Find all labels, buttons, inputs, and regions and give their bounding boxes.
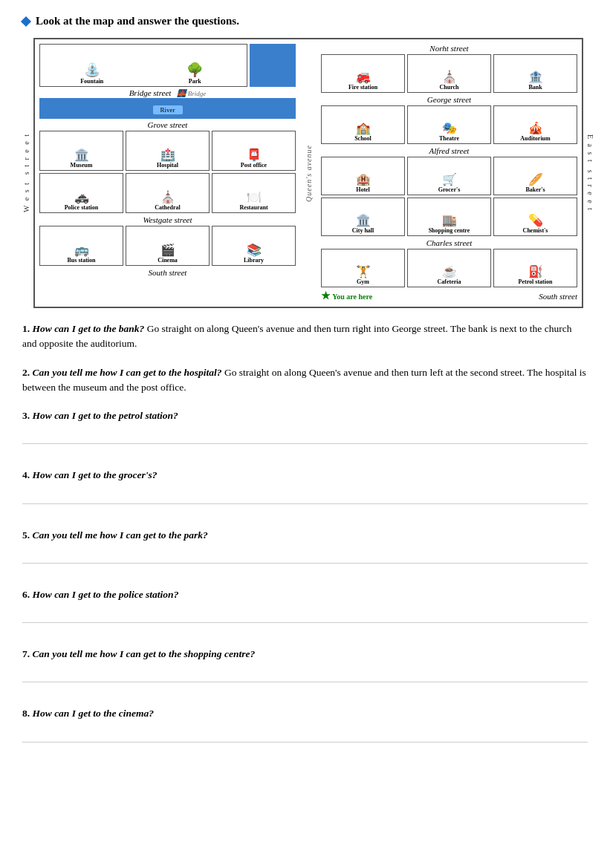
q8-bold: How can I get to the cinema? bbox=[33, 708, 155, 719]
q3-answer-line bbox=[22, 426, 588, 444]
museum-cell: 🏛️ Museum bbox=[39, 131, 123, 171]
instruction-line: Look at the map and answer the questions… bbox=[22, 15, 588, 27]
bank-label: Bank bbox=[528, 84, 542, 91]
instruction-text: Look at the map and answer the questions… bbox=[36, 15, 239, 27]
question-1: 1. How can I get to the bank? Go straigh… bbox=[22, 322, 588, 352]
post-office-cell: 📮 Post office bbox=[212, 131, 296, 171]
east-street-label: E a s t s t r e e t bbox=[586, 134, 594, 212]
map-border: ⛲ Fountain 🌳 Park Bridge street bbox=[33, 38, 583, 308]
question-3: 3. How can I get to the petrol station? bbox=[22, 408, 588, 444]
q5-answer-line bbox=[22, 546, 588, 564]
q7-answer-line bbox=[22, 665, 588, 682]
police-station-cell: 🚓 Police station bbox=[39, 173, 123, 213]
theatre-label: Theatre bbox=[439, 135, 459, 142]
cafeteria-cell: ☕ Cafeteria bbox=[407, 249, 491, 287]
george-street-label: George street bbox=[321, 95, 577, 104]
q4-answer-line bbox=[22, 486, 588, 504]
chemist-cell: 💊 Chemist's bbox=[493, 198, 577, 236]
q4-bold: How can I get to the grocer's? bbox=[33, 469, 158, 480]
theatre-cell: 🎭 Theatre bbox=[407, 105, 491, 144]
blue-top-block bbox=[250, 44, 296, 87]
fountain-park-block: ⛲ Fountain 🌳 Park bbox=[39, 44, 247, 87]
auditorium-label: Auditorium bbox=[520, 135, 550, 142]
grocers-label: Grocer's bbox=[438, 186, 461, 193]
gym-label: Gym bbox=[357, 278, 369, 285]
westgate-street-label: Westgate street bbox=[39, 215, 296, 224]
bus-station-label: Bus station bbox=[67, 257, 95, 264]
hospital-label: Hospital bbox=[157, 162, 178, 169]
q3-bold: How can I get to the petrol station? bbox=[33, 410, 178, 421]
river-block: River bbox=[39, 98, 296, 119]
river-label: River bbox=[153, 105, 183, 114]
bakers-label: Baker's bbox=[525, 186, 545, 193]
q6-bold: How can I get to the police station? bbox=[33, 589, 179, 600]
south-street-left-label: South street bbox=[39, 268, 296, 277]
q4-number: 4. bbox=[22, 469, 33, 480]
bridge-icon: 🌉 Bridge bbox=[177, 89, 206, 97]
bridge-street-area: Bridge street 🌉 Bridge bbox=[39, 88, 296, 97]
restaurant-cell: 🍽️ Restaurant bbox=[212, 173, 296, 213]
petrol-station-label: Petrol station bbox=[519, 278, 553, 285]
hotel-label: Hotel bbox=[356, 186, 370, 193]
map-area: W e s t s t r e e t ⛲ Fountain � bbox=[22, 38, 594, 308]
library-cell: 📚 Library bbox=[212, 226, 296, 266]
cinema-cell: 🎬 Cinema bbox=[126, 226, 210, 266]
city-hall-cell: 🏛️ City hall bbox=[321, 198, 405, 236]
q1-number: 1. bbox=[22, 323, 33, 334]
cafeteria-label: Cafeteria bbox=[438, 278, 461, 285]
city-hall-label: City hall bbox=[352, 227, 374, 234]
q2-number: 2. bbox=[22, 367, 33, 378]
hotel-cell: 🏨 Hotel bbox=[321, 157, 405, 195]
petrol-station-cell: ⛽ Petrol station bbox=[493, 249, 577, 287]
questions-section: 1. How can I get to the bank? Go straigh… bbox=[22, 322, 588, 743]
question-5: 5. Can you tell me how I can get to the … bbox=[22, 528, 588, 564]
bus-station-cell: 🚌 Bus station bbox=[39, 226, 123, 266]
cathedral-cell: ⛪ Cathedral bbox=[126, 173, 210, 213]
bakers-cell: 🥖 Baker's bbox=[493, 157, 577, 195]
hospital-cell: 🏥 Hospital bbox=[126, 131, 210, 171]
school-label: School bbox=[354, 135, 371, 142]
post-office-label: Post office bbox=[241, 162, 267, 169]
church-cell: ⛪ Church bbox=[407, 54, 491, 93]
shopping-centre-cell: 🏬 Shopping centre bbox=[407, 198, 491, 236]
diamond-icon bbox=[21, 16, 31, 26]
queens-avenue-label: Queen's avenue bbox=[305, 145, 313, 202]
question-2: 2. Can you tell me how I can get to the … bbox=[22, 365, 588, 396]
fire-station-cell: 🚒 Fire station bbox=[321, 54, 405, 93]
south-street-right-label: South street bbox=[539, 292, 577, 301]
gym-cell: 🏋️ Gym bbox=[321, 249, 405, 287]
question-4: 4. How can I get to the grocer's? bbox=[22, 468, 588, 503]
cinema-label: Cinema bbox=[158, 257, 178, 264]
auditorium-cell: 🎪 Auditorium bbox=[493, 105, 577, 144]
alfred-street-label: Alfred street bbox=[321, 146, 577, 155]
q1-bold: How can I get to the bank? bbox=[33, 323, 145, 334]
map-left: ⛲ Fountain 🌳 Park Bridge street bbox=[39, 44, 296, 302]
chemist-label: Chemist's bbox=[523, 227, 548, 234]
grove-street-label: Grove street bbox=[39, 120, 296, 129]
restaurant-label: Restaurant bbox=[239, 204, 267, 211]
q5-number: 5. bbox=[22, 529, 33, 541]
map-right: Norht street 🚒 Fire station ⛪ Church 🏦 bbox=[321, 44, 577, 302]
queens-avenue-divider: Queen's avenue bbox=[300, 44, 317, 302]
question-8: 8. How can I get to the cinema? bbox=[22, 706, 588, 742]
grocers-cell: 🛒 Grocer's bbox=[407, 157, 491, 195]
q2-bold: Can you tell me how I can get to the hos… bbox=[33, 367, 222, 378]
question-6: 6. How can I get to the police station? bbox=[22, 587, 588, 623]
cathedral-label: Cathedral bbox=[155, 204, 181, 211]
museum-label: Museum bbox=[71, 162, 93, 169]
bridge-street-label: Bridge street bbox=[129, 88, 172, 97]
q3-number: 3. bbox=[22, 410, 33, 421]
q6-answer-line bbox=[22, 605, 588, 623]
school-cell: 🏫 School bbox=[321, 105, 405, 144]
park-label: Park bbox=[189, 78, 201, 85]
q7-bold: Can you tell me how I can get to the sho… bbox=[33, 648, 256, 659]
q8-number: 8. bbox=[22, 708, 33, 719]
norht-street-label: Norht street bbox=[321, 44, 577, 53]
bank-cell: 🏦 Bank bbox=[493, 54, 577, 93]
police-station-label: Police station bbox=[65, 204, 99, 211]
q5-bold: Can you tell me how I can get to the par… bbox=[33, 529, 208, 541]
church-label: Church bbox=[439, 84, 458, 91]
west-street-label: W e s t s t r e e t bbox=[22, 133, 30, 212]
library-label: Library bbox=[244, 257, 264, 264]
charles-street-label: Charles street bbox=[321, 238, 577, 247]
